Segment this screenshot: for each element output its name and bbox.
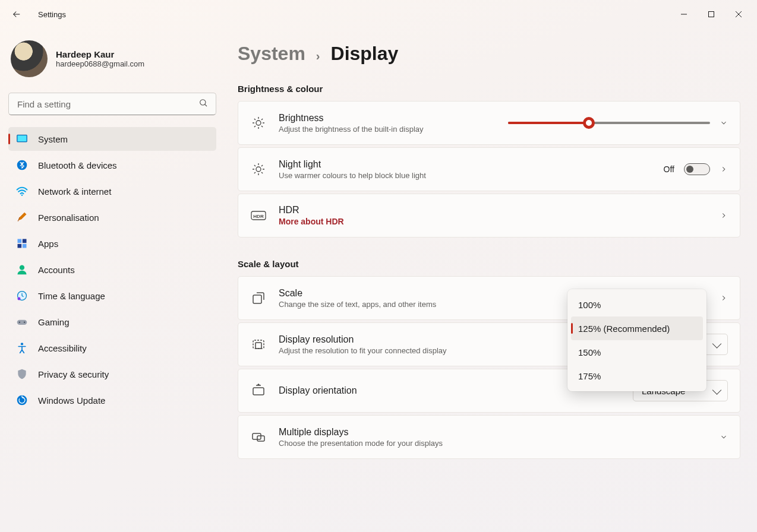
sidebar-item-label: Privacy & security <box>38 369 109 379</box>
sidebar-item-label: Accessibility <box>38 343 87 353</box>
hdr-icon: HDR <box>250 210 267 221</box>
profile-name: Hardeep Kaur <box>56 49 144 59</box>
profile-email: hardeep0688@gmail.com <box>56 59 144 68</box>
paint-icon <box>15 211 29 224</box>
sidebar-item-label: Windows Update <box>38 395 105 406</box>
breadcrumb-current: Display <box>331 43 399 65</box>
night-light-toggle[interactable] <box>684 163 710 175</box>
sidebar-item-label: System <box>38 134 68 144</box>
titlebar: Settings <box>0 0 757 28</box>
avatar <box>11 40 48 77</box>
accessibility-icon <box>15 341 29 354</box>
sidebar-item-label: Apps <box>38 239 58 249</box>
card-brightness[interactable]: Brightness Adjust the brightness of the … <box>238 101 740 145</box>
chevron-down-icon[interactable] <box>720 119 728 127</box>
search-box[interactable] <box>8 93 216 115</box>
orientation-icon <box>250 384 267 398</box>
chevron-right-icon[interactable] <box>720 294 728 302</box>
content: System › Display Brightness & colour Bri… <box>226 28 757 532</box>
breadcrumb-parent[interactable]: System <box>238 43 305 65</box>
sidebar-item-accessibility[interactable]: Accessibility <box>8 336 216 360</box>
search-input[interactable] <box>8 93 216 115</box>
person-icon <box>15 263 29 276</box>
svg-rect-24 <box>253 340 264 349</box>
svg-point-1 <box>200 100 206 105</box>
resolution-icon <box>250 337 267 352</box>
section-brightness-header: Brightness & colour <box>238 84 740 94</box>
update-icon <box>15 394 29 407</box>
hdr-link[interactable]: More about HDR <box>279 217 708 226</box>
hdr-title: HDR <box>279 205 708 216</box>
scale-option-100[interactable]: 100% <box>571 293 703 316</box>
sidebar-item-label: Accounts <box>38 265 75 275</box>
scale-dropdown: 100% 125% (Recommended) 150% 175% <box>567 289 706 391</box>
scale-option-175[interactable]: 175% <box>571 364 703 388</box>
card-night-light[interactable]: Night light Use warmer colours to help b… <box>238 147 740 191</box>
multiple-displays-icon <box>250 430 267 444</box>
sidebar-item-time[interactable]: Time & language <box>8 284 216 308</box>
sidebar-item-label: Time & language <box>38 291 105 301</box>
night-light-sub: Use warmer colours to help block blue li… <box>279 171 652 180</box>
system-icon <box>15 132 29 145</box>
chevron-right-icon: › <box>316 49 320 63</box>
sidebar-item-label: Bluetooth & devices <box>38 160 117 170</box>
minimize-button[interactable] <box>670 5 698 24</box>
search-icon <box>198 98 208 110</box>
svg-rect-0 <box>709 12 714 17</box>
close-button[interactable] <box>725 5 752 24</box>
brightness-slider[interactable] <box>508 122 710 124</box>
svg-rect-4 <box>18 135 27 141</box>
svg-rect-26 <box>253 388 264 395</box>
profile-block[interactable]: Hardeep Kaur hardeep0688@gmail.com <box>8 40 216 77</box>
sidebar-item-label: Gaming <box>38 317 70 327</box>
svg-point-13 <box>18 297 21 300</box>
svg-point-20 <box>256 167 261 172</box>
sidebar-item-label: Personalisation <box>38 213 99 223</box>
back-button[interactable] <box>7 5 26 24</box>
svg-rect-27 <box>253 433 261 439</box>
sidebar-item-update[interactable]: Windows Update <box>8 388 216 412</box>
svg-rect-10 <box>23 244 27 248</box>
sidebar-item-gaming[interactable]: Gaming <box>8 310 216 334</box>
brightness-title: Brightness <box>279 113 496 124</box>
scale-option-150[interactable]: 150% <box>571 340 703 364</box>
clock-icon <box>15 289 29 302</box>
wifi-icon <box>15 185 29 198</box>
sidebar-item-network[interactable]: Network & internet <box>8 179 216 203</box>
svg-point-19 <box>256 121 261 125</box>
sidebar-item-apps[interactable]: Apps <box>8 232 216 255</box>
multiple-title: Multiple displays <box>279 427 708 438</box>
sidebar-item-system[interactable]: System <box>8 127 216 151</box>
maximize-button[interactable] <box>698 5 725 24</box>
app-title: Settings <box>38 10 66 19</box>
svg-point-6 <box>21 194 23 196</box>
scale-option-125[interactable]: 125% (Recommended) <box>571 316 703 340</box>
chevron-right-icon[interactable] <box>720 211 728 220</box>
svg-text:HDR: HDR <box>253 214 264 219</box>
card-hdr[interactable]: HDR HDR More about HDR <box>238 194 740 238</box>
svg-point-17 <box>21 343 23 345</box>
shield-icon <box>15 368 29 381</box>
svg-rect-7 <box>18 239 22 243</box>
sidebar: Hardeep Kaur hardeep0688@gmail.com Syste… <box>0 28 226 532</box>
sidebar-item-accounts[interactable]: Accounts <box>8 258 216 281</box>
svg-rect-25 <box>256 343 261 349</box>
brightness-icon <box>250 116 267 130</box>
svg-point-15 <box>19 322 20 324</box>
chevron-right-icon[interactable] <box>720 165 728 173</box>
brightness-sub: Adjust the brightness of the built-in di… <box>279 125 496 134</box>
svg-rect-23 <box>253 295 261 303</box>
night-light-state: Off <box>664 164 674 174</box>
svg-point-11 <box>20 265 24 270</box>
svg-rect-9 <box>18 244 22 248</box>
apps-icon <box>15 237 29 250</box>
sidebar-item-label: Network & internet <box>38 186 111 197</box>
sidebar-item-personalisation[interactable]: Personalisation <box>8 205 216 229</box>
chevron-down-icon[interactable] <box>720 433 728 441</box>
card-multiple-displays[interactable]: Multiple displays Choose the presentatio… <box>238 415 740 459</box>
sidebar-item-privacy[interactable]: Privacy & security <box>8 362 216 386</box>
svg-point-16 <box>24 322 26 324</box>
sidebar-item-bluetooth[interactable]: Bluetooth & devices <box>8 153 216 177</box>
svg-rect-14 <box>17 320 27 325</box>
nav: System Bluetooth & devices Network & int… <box>8 127 216 412</box>
